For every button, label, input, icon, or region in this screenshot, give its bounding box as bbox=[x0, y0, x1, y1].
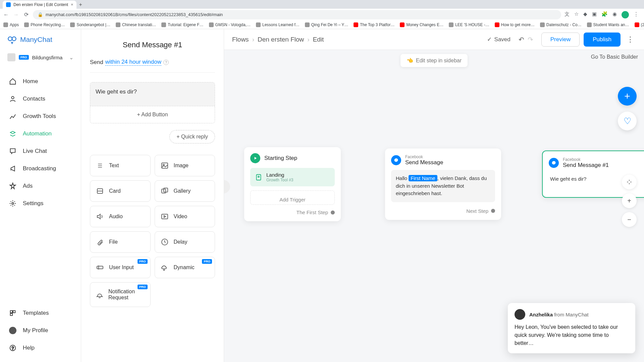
node-header: Starting Step bbox=[250, 153, 335, 163]
profile-icon[interactable] bbox=[622, 11, 629, 18]
bookmark-item[interactable]: Sonderangebot |… bbox=[70, 22, 110, 27]
nav-contacts[interactable]: Contacts bbox=[0, 90, 81, 108]
content-type-audio[interactable]: Audio bbox=[90, 206, 151, 227]
add-trigger-button[interactable]: Add Trigger bbox=[250, 190, 335, 205]
undo-button[interactable]: ↶ bbox=[519, 36, 524, 44]
zoom-in-button[interactable]: + bbox=[622, 193, 637, 208]
extensions-icon[interactable]: 🧩 bbox=[601, 11, 608, 18]
node-title: Send Message bbox=[405, 159, 443, 166]
publish-button[interactable]: Publish bbox=[584, 33, 621, 47]
content-type-text[interactable]: ☰Text bbox=[90, 155, 151, 176]
support-chat-popup[interactable]: Anzhelika from ManyChat Hey Leon, You've… bbox=[508, 303, 635, 353]
nav-help[interactable]: ?Help bbox=[0, 339, 81, 357]
first-step-connector[interactable]: The First Step bbox=[250, 209, 335, 215]
content-type-user-input[interactable]: PROUser Input bbox=[90, 257, 151, 278]
cloud-icon bbox=[160, 263, 169, 272]
workspace-selector[interactable]: PRO Bildungsfirma ⌄ bbox=[0, 50, 81, 67]
flow-canvas[interactable]: Starting Step Landing Growth Tool #3 Add… bbox=[224, 50, 644, 362]
bookmark-item[interactable]: Money Changes E… bbox=[400, 22, 443, 27]
nav-growth-tools[interactable]: Growth Tools bbox=[0, 108, 81, 125]
bookmark-item[interactable]: LEE 'S HOUSE -… bbox=[449, 22, 489, 27]
nav-templates[interactable]: Templates bbox=[0, 304, 81, 322]
bookmark-item[interactable]: Phone Recycling… bbox=[24, 22, 65, 27]
chevron-down-icon: ⌄ bbox=[69, 54, 73, 61]
svg-point-1 bbox=[12, 37, 16, 41]
add-quick-reply-button[interactable]: + Quick reply bbox=[169, 130, 215, 143]
message-block[interactable]: Wie geht es dir? + Add Button bbox=[90, 82, 215, 123]
trigger-landing[interactable]: Landing Growth Tool #3 bbox=[250, 168, 335, 186]
content-type-image[interactable]: Image bbox=[155, 155, 215, 176]
nav-broadcasting[interactable]: Broadcasting bbox=[0, 160, 81, 177]
more-menu-button[interactable]: ⋮ bbox=[625, 35, 636, 44]
bookmark-item[interactable]: Tutorial: Eigene F… bbox=[161, 22, 203, 27]
bookmark-label: Qing Fei De Yi – Y… bbox=[311, 22, 348, 27]
brand-logo[interactable]: ManyChat bbox=[0, 29, 81, 50]
close-icon[interactable]: × bbox=[71, 2, 73, 7]
extension-icon[interactable]: ◉ bbox=[612, 11, 617, 18]
bookmark-item[interactable]: Lessons Learned f… bbox=[256, 22, 300, 27]
content-type-delay[interactable]: Delay bbox=[155, 231, 215, 253]
content-type-notification[interactable]: PRONotification Request bbox=[90, 282, 151, 307]
content-type-card[interactable]: Card bbox=[90, 180, 151, 202]
bookmark-favicon bbox=[116, 22, 120, 27]
bookmark-item[interactable]: Chinese translati… bbox=[116, 22, 156, 27]
extension-icon[interactable]: ▣ bbox=[592, 11, 597, 18]
bookmark-item[interactable]: (2) How To Add A… bbox=[635, 22, 644, 27]
bookmark-item[interactable]: Apps bbox=[3, 22, 19, 27]
back-icon[interactable]: ← bbox=[3, 11, 9, 18]
connector-handle[interactable] bbox=[491, 209, 495, 213]
node-send-message[interactable]: Facebook Send Message Hallo First Name, … bbox=[385, 148, 501, 220]
content-type-dynamic[interactable]: PRODynamic bbox=[155, 257, 215, 278]
bookmark-item[interactable]: Qing Fei De Yi – Y… bbox=[305, 22, 348, 27]
chat-author: Anzhelika bbox=[529, 312, 553, 317]
message-text-input[interactable]: Wie geht es dir? bbox=[90, 82, 215, 106]
nav-home[interactable]: Home bbox=[0, 73, 81, 90]
reload-icon[interactable]: ⟳ bbox=[23, 11, 30, 18]
menu-icon[interactable]: ⋮ bbox=[634, 11, 639, 18]
nav-settings[interactable]: Settings bbox=[0, 195, 81, 212]
node-starting-step[interactable]: Starting Step Landing Growth Tool #3 Add… bbox=[244, 147, 341, 221]
node-header: Facebook Send Message bbox=[391, 155, 495, 166]
nav-automation[interactable]: Automation bbox=[0, 125, 81, 142]
bookmark-item[interactable]: Student Wants an… bbox=[587, 22, 629, 27]
edit-step-hint[interactable]: 👈 Edit step in sidebar bbox=[400, 54, 468, 67]
nav-profile[interactable]: My Profile bbox=[0, 322, 81, 339]
nav-live-chat[interactable]: Live Chat bbox=[0, 142, 81, 160]
content-type-gallery[interactable]: Gallery bbox=[155, 180, 215, 202]
content-label: Video bbox=[174, 214, 187, 220]
new-tab-button[interactable]: + bbox=[76, 1, 85, 9]
goto-basic-builder-link[interactable]: Go To Basic Builder bbox=[591, 54, 638, 60]
add-button-action[interactable]: + Add Button bbox=[90, 106, 215, 123]
translate-icon[interactable]: 文 bbox=[565, 11, 570, 18]
pro-badge: PRO bbox=[19, 55, 29, 60]
node-title: Send Message #1 bbox=[563, 162, 609, 169]
preview-button[interactable]: Preview bbox=[541, 33, 580, 47]
extension-icon[interactable]: ◆ bbox=[583, 11, 587, 18]
favorite-fab[interactable]: ♡ bbox=[618, 112, 637, 130]
crumb-flow-name[interactable]: Den ersten Flow bbox=[258, 36, 304, 43]
send-window-link[interactable]: within 24 hour window bbox=[105, 59, 161, 66]
forward-icon[interactable]: → bbox=[13, 11, 19, 18]
bookmark-item[interactable]: The Top 3 Platfor… bbox=[354, 22, 394, 27]
breadcrumb: Flows › Den ersten Flow › Edit bbox=[232, 36, 324, 43]
auto-layout-button[interactable] bbox=[622, 175, 637, 189]
bookmark-item[interactable]: How to get more… bbox=[495, 22, 535, 27]
next-step-connector[interactable]: Next Step bbox=[391, 208, 495, 214]
crumb-flows[interactable]: Flows bbox=[232, 36, 249, 43]
redo-button[interactable]: ↷ bbox=[528, 36, 533, 44]
bookmark-favicon bbox=[24, 22, 29, 27]
content-type-file[interactable]: File bbox=[90, 231, 151, 253]
star-icon[interactable]: ☆ bbox=[574, 11, 579, 18]
content-type-video[interactable]: Video bbox=[155, 206, 215, 227]
bookmark-item[interactable]: GMSN - Vologda,… bbox=[209, 22, 251, 27]
nav-ads[interactable]: Ads bbox=[0, 177, 81, 195]
add-node-fab[interactable]: + bbox=[618, 87, 637, 106]
browser-tab[interactable]: Den ersten Flow | Edit Content × bbox=[3, 1, 76, 9]
connector-handle[interactable] bbox=[331, 210, 335, 215]
tab-favicon bbox=[6, 2, 11, 7]
url-input[interactable]: 🔒 manychat.com/fb198150208192061B/cms/fi… bbox=[33, 10, 561, 19]
bookmark-item[interactable]: Datenschutz - Co… bbox=[540, 22, 582, 27]
help-icon[interactable]: ? bbox=[163, 60, 169, 65]
bookmark-label: Tutorial: Eigene F… bbox=[168, 22, 203, 27]
zoom-out-button[interactable]: − bbox=[622, 212, 637, 227]
